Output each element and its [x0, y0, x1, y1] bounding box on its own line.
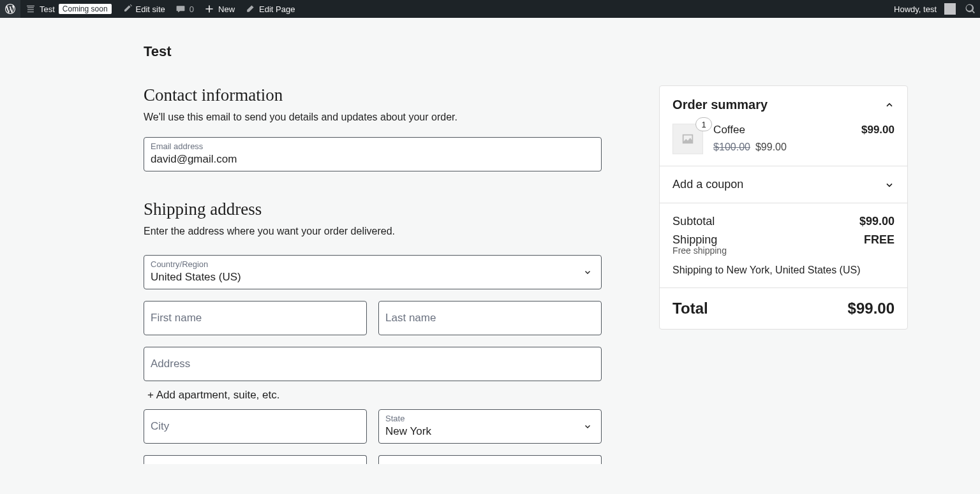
new-label: New [218, 4, 235, 14]
cart-item: 1 Coffee $99.00 [672, 124, 895, 154]
avatar [944, 3, 956, 15]
shipping-heading: Shipping address [144, 200, 602, 219]
status-badge: Coming soon [59, 4, 112, 14]
edit-site-label: Edit site [136, 4, 165, 14]
site-name-link[interactable]: Test Coming soon [20, 0, 117, 18]
comment-icon [175, 4, 186, 14]
field-partial-2[interactable] [378, 455, 602, 464]
shipping-row: Shipping FREE [672, 233, 895, 247]
shipping-value: FREE [864, 233, 895, 247]
shipping-desc: Enter the address where you want your or… [144, 226, 602, 237]
last-name-placeholder: Last name [379, 301, 601, 335]
first-name-input[interactable]: First name [144, 301, 367, 335]
chevron-down-icon [884, 180, 895, 190]
address-placeholder: Address [144, 347, 601, 381]
chevron-down-icon [583, 422, 592, 431]
order-summary-toggle[interactable]: Order summary [672, 98, 895, 112]
search-icon [965, 3, 976, 15]
order-summary-card: Order summary 1 [659, 85, 908, 330]
howdy-text: Howdy, test [894, 4, 937, 14]
state-select[interactable]: State New York [378, 409, 602, 444]
country-select[interactable]: Country/Region United States (US) [144, 255, 602, 289]
country-label: Country/Region [151, 259, 208, 269]
field-partial-1[interactable] [144, 455, 367, 464]
wp-logo[interactable] [0, 0, 20, 18]
subtotal-label: Subtotal [672, 215, 715, 228]
total-row: Total $99.00 [672, 300, 895, 317]
page-title: Test [144, 43, 908, 85]
email-label: Email address [151, 142, 203, 151]
wordpress-icon [5, 4, 15, 14]
edit-site-link[interactable]: Edit site [117, 0, 170, 18]
item-original-price: $100.00 [713, 142, 750, 152]
plus-icon [204, 4, 214, 14]
last-name-input[interactable]: Last name [378, 301, 602, 335]
contact-desc: We'll use this email to send you details… [144, 112, 602, 123]
subtotal-value: $99.00 [859, 215, 895, 228]
pencil-icon [245, 4, 255, 14]
total-label: Total [672, 300, 708, 317]
comments-link[interactable]: 0 [170, 0, 199, 18]
chevron-down-icon [583, 268, 592, 277]
edit-page-label: Edit Page [259, 4, 295, 14]
contact-heading: Contact information [144, 85, 602, 105]
order-summary-heading: Order summary [672, 98, 768, 112]
state-value: New York [379, 410, 601, 443]
item-quantity: 1 [695, 117, 712, 131]
item-price: $99.00 [861, 124, 895, 136]
new-content-link[interactable]: New [199, 0, 240, 18]
dashboard-icon [26, 4, 36, 14]
edit-page-link[interactable]: Edit Page [240, 0, 300, 18]
address-input[interactable]: Address [144, 347, 602, 381]
city-input[interactable]: City [144, 409, 367, 444]
shipping-method: Free shipping [672, 245, 895, 256]
adminbar-site-name: Test [40, 4, 55, 14]
adminbar-search[interactable] [965, 3, 976, 15]
add-apartment-link[interactable]: + Add apartment, suite, etc. [144, 381, 602, 409]
item-sale-price: $99.00 [755, 142, 787, 152]
add-coupon-toggle[interactable]: Add a coupon [672, 178, 895, 191]
image-placeholder-icon [681, 132, 695, 146]
city-placeholder: City [144, 410, 366, 443]
country-value: United States (US) [144, 256, 601, 289]
email-value: david@gmail.com [144, 138, 601, 171]
total-value: $99.00 [848, 300, 895, 317]
state-label: State [385, 414, 405, 423]
chevron-up-icon [884, 100, 895, 110]
customize-icon [122, 4, 132, 14]
shipping-label: Shipping [672, 233, 717, 247]
first-name-placeholder: First name [144, 301, 366, 335]
wp-admin-bar: Test Coming soon Edit site 0 New Edit [0, 0, 980, 18]
shipping-destination: Shipping to New York, United States (US) [672, 265, 895, 276]
email-field[interactable]: Email address david@gmail.com [144, 137, 602, 171]
add-coupon-label: Add a coupon [672, 178, 743, 191]
my-account[interactable]: Howdy, test [889, 0, 961, 18]
subtotal-row: Subtotal $99.00 [672, 215, 895, 228]
item-name: Coffee [713, 124, 745, 136]
comments-count: 0 [189, 4, 194, 14]
